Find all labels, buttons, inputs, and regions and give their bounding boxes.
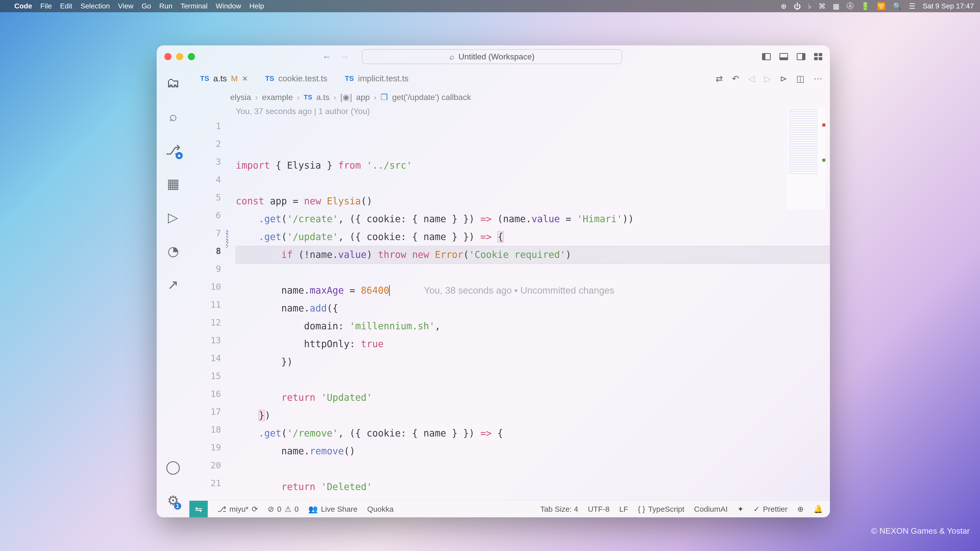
- breadcrumb-symbol[interactable]: app: [356, 93, 369, 102]
- line-number[interactable]: 2: [189, 139, 233, 157]
- run-debug-icon[interactable]: ▷: [168, 210, 178, 225]
- tray-icon[interactable]: ♭: [808, 2, 811, 11]
- run-icon[interactable]: ⊳: [780, 73, 787, 84]
- close-button[interactable]: [164, 53, 172, 60]
- menubar-clock[interactable]: Sat 9 Sep 17:47: [923, 2, 974, 10]
- revert-icon[interactable]: ↶: [732, 73, 739, 84]
- breadcrumb-symbol[interactable]: get('/update') callback: [392, 93, 471, 102]
- line-number[interactable]: 18: [189, 424, 233, 442]
- notifications-icon[interactable]: 🔔: [813, 505, 823, 513]
- line-number[interactable]: 9: [189, 264, 233, 282]
- menu-run[interactable]: Run: [159, 2, 172, 10]
- line-number[interactable]: 3: [189, 157, 233, 175]
- remote-indicator[interactable]: ⇋: [189, 501, 208, 517]
- line-number[interactable]: 8: [189, 246, 233, 264]
- language-mode[interactable]: { } TypeScript: [638, 505, 684, 513]
- feedback-icon[interactable]: ⊕: [797, 505, 803, 513]
- tab-label: cookie.test.ts: [278, 74, 328, 83]
- menu-help[interactable]: Help: [249, 2, 264, 10]
- accounts-icon[interactable]: ◯: [165, 459, 180, 475]
- menu-selection[interactable]: Selection: [80, 2, 110, 10]
- nav-forward-icon[interactable]: →: [340, 51, 350, 62]
- minimap[interactable]: [787, 108, 825, 210]
- line-number[interactable]: 15: [189, 371, 233, 389]
- explorer-icon[interactable]: 🗂: [166, 75, 180, 90]
- app-menu[interactable]: Code: [14, 2, 32, 10]
- breadcrumb[interactable]: elysia › example › TS a.ts › [◉] app › ❒…: [189, 89, 830, 105]
- tab-a-ts[interactable]: TS a.ts M ✕: [191, 68, 256, 89]
- eol[interactable]: LF: [619, 505, 628, 513]
- settings-icon[interactable]: ⚙1: [167, 493, 179, 508]
- nav-back-icon[interactable]: ←: [322, 51, 332, 62]
- breadcrumb-segment[interactable]: example: [262, 93, 293, 102]
- customize-layout-icon[interactable]: [814, 53, 822, 60]
- battery-icon[interactable]: 🔋: [861, 2, 870, 11]
- line-number[interactable]: 13: [189, 335, 233, 353]
- line-number[interactable]: 14: [189, 353, 233, 371]
- command-center[interactable]: ⌕ Untitled (Workspace): [362, 49, 622, 64]
- line-number[interactable]: 10: [189, 282, 233, 300]
- tray-icon[interactable]: ⏻: [794, 2, 801, 11]
- split-editor-icon[interactable]: ◫: [796, 73, 804, 84]
- copilot-icon[interactable]: ✦: [737, 505, 744, 513]
- source-control-icon[interactable]: ⎇●: [165, 142, 181, 158]
- extensions-icon[interactable]: ▦: [167, 176, 180, 191]
- line-number[interactable]: 20: [189, 460, 233, 478]
- line-number[interactable]: 17: [189, 407, 233, 424]
- tab-size[interactable]: Tab Size: 4: [540, 505, 578, 513]
- tray-icon[interactable]: ⊕: [781, 2, 787, 11]
- git-branch[interactable]: ⎇miyu*⟳: [218, 505, 258, 513]
- quokka[interactable]: Quokka: [367, 505, 393, 513]
- prev-change-icon[interactable]: ◁: [748, 73, 755, 84]
- menu-window[interactable]: Window: [216, 2, 241, 10]
- input-source-icon[interactable]: Ⓐ: [846, 1, 854, 11]
- toggle-panel-icon[interactable]: [780, 53, 788, 60]
- prettier[interactable]: ✓ Prettier: [753, 505, 788, 513]
- sync-icon[interactable]: ⟳: [251, 505, 258, 513]
- line-number[interactable]: 19: [189, 442, 233, 460]
- line-number[interactable]: 21: [189, 478, 233, 496]
- more-actions-icon[interactable]: ⋯: [814, 73, 822, 84]
- titlebar: ← → ⌕ Untitled (Workspace): [157, 45, 830, 68]
- tray-icon[interactable]: ⌘: [818, 2, 826, 11]
- breadcrumb-file[interactable]: a.ts: [316, 93, 329, 102]
- menu-go[interactable]: Go: [142, 2, 151, 10]
- live-share[interactable]: 👥Live Share: [308, 505, 357, 513]
- wifi-icon[interactable]: 🛜: [877, 2, 886, 11]
- editor[interactable]: You, 37 seconds ago | 1 author (You) 1 2…: [189, 105, 830, 500]
- tray-icon[interactable]: ▦: [833, 2, 839, 11]
- line-number[interactable]: 4: [189, 175, 233, 192]
- toggle-secondary-sidebar-icon[interactable]: [797, 53, 805, 60]
- toggle-primary-sidebar-icon[interactable]: [762, 53, 771, 60]
- compare-changes-icon[interactable]: ⇄: [716, 73, 723, 84]
- spotlight-icon[interactable]: 🔍: [893, 2, 902, 11]
- minimize-button[interactable]: [176, 53, 183, 60]
- close-icon[interactable]: ✕: [242, 75, 248, 83]
- menu-file[interactable]: File: [40, 2, 52, 10]
- line-number[interactable]: 5: [189, 192, 233, 210]
- menu-edit[interactable]: Edit: [60, 2, 72, 10]
- menu-view[interactable]: View: [118, 2, 134, 10]
- breadcrumb-segment[interactable]: elysia: [230, 93, 251, 102]
- line-number[interactable]: 6: [189, 210, 233, 228]
- chevron-right-icon: ›: [374, 93, 377, 102]
- gitlens-icon[interactable]: ◔: [167, 243, 179, 259]
- line-number[interactable]: 12: [189, 318, 233, 335]
- menu-terminal[interactable]: Terminal: [180, 2, 207, 10]
- problems[interactable]: ⊘0 ⚠0: [268, 505, 299, 513]
- minimap-error-marker: [822, 124, 825, 127]
- code-content[interactable]: import { Elysia } from '../src' const ap…: [236, 121, 785, 500]
- maximize-button[interactable]: [188, 53, 195, 60]
- line-number[interactable]: 11: [189, 300, 233, 318]
- line-number[interactable]: 16: [189, 389, 233, 407]
- tab-implicit-test[interactable]: TS implicit.test.ts: [336, 68, 417, 89]
- encoding[interactable]: UTF-8: [588, 505, 609, 513]
- tab-cookie-test[interactable]: TS cookie.test.ts: [256, 68, 336, 89]
- file-lang-icon: TS: [304, 94, 312, 101]
- search-icon[interactable]: ⌕: [169, 109, 177, 124]
- line-number[interactable]: 1: [189, 121, 233, 139]
- codium-ai[interactable]: CodiumAI: [694, 505, 728, 513]
- share-icon[interactable]: ↗: [167, 277, 179, 292]
- control-center-icon[interactable]: ☰: [909, 2, 915, 11]
- next-change-icon[interactable]: ▷: [764, 73, 771, 84]
